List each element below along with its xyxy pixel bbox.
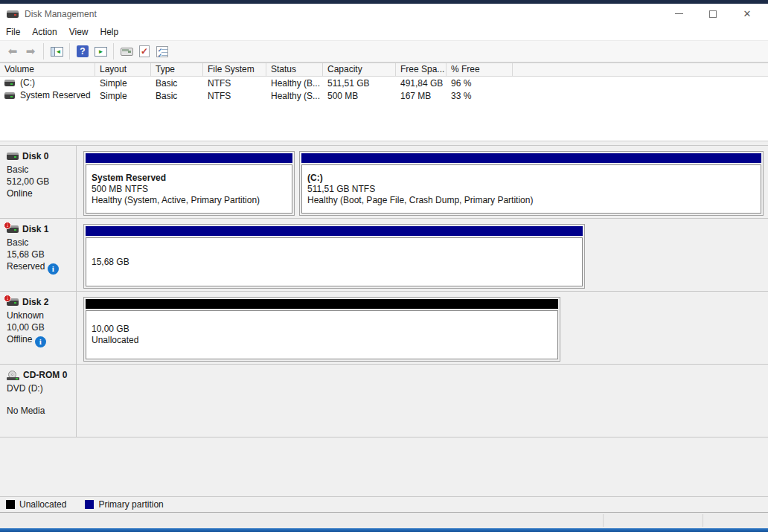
disk-name: Disk 1	[22, 224, 48, 234]
disk-name: CD-ROM 0	[23, 370, 67, 380]
volume-status: Healthy (B...	[266, 78, 323, 89]
partition-disk1[interactable]: 15,68 GB	[83, 224, 585, 289]
column-header-free-space[interactable]: Free Spa...	[396, 63, 447, 76]
partition-size: 511,51 GB NTFS	[307, 184, 761, 195]
partition-status: Unallocated	[92, 335, 557, 346]
disk-row-1: ↓ Disk 1 Basic 15,68 GB Reserved i 15,68…	[0, 219, 768, 292]
volume-layout: Simple	[95, 91, 151, 101]
partition-size: 15,68 GB	[92, 257, 582, 268]
console-tree-button[interactable]: ◄	[48, 42, 65, 60]
taskbar-divider	[603, 514, 604, 527]
volume-free-space: 491,84 GB	[396, 78, 447, 89]
disk-kind: Unknown	[7, 310, 74, 321]
disk0-label[interactable]: Disk 0 Basic 512,00 GB Online	[0, 146, 77, 218]
window-title: Disk Management	[25, 9, 97, 19]
maximize-button[interactable]	[696, 4, 730, 24]
action-pane-button[interactable]: ►	[92, 42, 109, 60]
disk-size: 512,00 GB	[7, 176, 74, 188]
console-tree-icon: ◄	[51, 47, 63, 57]
volume-drive-icon	[4, 78, 15, 89]
graphical-view: Disk 0 Basic 512,00 GB Online System Res…	[0, 146, 768, 496]
disk-kind: Basic	[7, 164, 74, 176]
volume-name: System Reserved	[20, 90, 91, 100]
column-header-layout[interactable]: Layout	[95, 63, 151, 76]
disk-status: Offline	[7, 334, 32, 344]
partition-size: 10,00 GB	[92, 324, 557, 335]
disk1-label[interactable]: ↓ Disk 1 Basic 15,68 GB Reserved i	[0, 219, 77, 291]
partition-status: Healthy (System, Active, Primary Partiti…	[92, 195, 292, 206]
partition-size: 500 MB NTFS	[92, 184, 292, 195]
column-header-file-system[interactable]: File System	[203, 63, 266, 76]
toolbar-separator	[69, 43, 70, 60]
menu-view[interactable]: View	[63, 24, 95, 40]
menu-help[interactable]: Help	[95, 24, 125, 40]
legend: Unallocated Primary partition	[0, 496, 768, 512]
pane-splitter[interactable]	[0, 141, 768, 146]
partition-name: System Reserved	[92, 173, 292, 184]
partition-status: Healthy (Boot, Page File, Crash Dump, Pr…	[307, 195, 761, 206]
disk-management-window: Disk Management ✕ File Action View Help …	[0, 0, 768, 532]
check-document-icon: ✓	[139, 45, 150, 57]
task-checklist-icon: ✓✓	[156, 46, 168, 57]
bottom-accent-bar	[0, 528, 768, 532]
volume-drive-icon	[4, 91, 15, 101]
menu-action[interactable]: Action	[26, 24, 63, 40]
help-button[interactable]: ?	[74, 42, 92, 60]
popup-menu-button[interactable]	[118, 42, 135, 60]
column-header-status[interactable]: Status	[266, 63, 323, 76]
disk-error-icon: ↓	[7, 225, 19, 233]
toolbar-separator	[43, 43, 44, 60]
column-header-volume[interactable]: Volume	[0, 63, 95, 76]
volume-file-system: NTFS	[203, 91, 266, 101]
info-icon[interactable]: i	[48, 263, 59, 275]
app-disk-icon	[7, 10, 19, 18]
back-button[interactable]: ⬅	[4, 42, 22, 60]
column-header-capacity[interactable]: Capacity	[323, 63, 396, 76]
taskbar-divider	[703, 514, 703, 527]
volume-list: Volume Layout Type File System Status Ca…	[0, 63, 768, 141]
volume-capacity: 511,51 GB	[323, 78, 396, 89]
partition-color-bar	[86, 153, 292, 163]
toolbar-separator	[113, 43, 114, 60]
volume-name: (C:)	[20, 77, 35, 88]
volume-type: Basic	[151, 91, 203, 101]
menu-file[interactable]: File	[0, 24, 26, 40]
minimize-button[interactable]	[662, 4, 696, 24]
column-header-filler	[513, 63, 768, 76]
column-header-type[interactable]: Type	[151, 63, 203, 76]
forward-button[interactable]: ➡	[22, 42, 39, 60]
maximize-icon	[709, 10, 717, 18]
volume-row-system-reserved[interactable]: System Reserved Simple Basic NTFS Health…	[0, 89, 768, 102]
menu-bar: File Action View Help	[0, 24, 768, 40]
taskbar-strip	[0, 513, 768, 528]
partition-system-reserved[interactable]: System Reserved 500 MB NTFS Healthy (Sys…	[83, 151, 295, 216]
partition-color-bar	[86, 299, 558, 309]
legend-unallocated-label: Unallocated	[19, 499, 66, 510]
disk-error-icon: ↓	[7, 298, 19, 306]
legend-unallocated-swatch	[6, 500, 15, 509]
partition-c[interactable]: (C:) 511,51 GB NTFS Healthy (Boot, Page …	[299, 151, 764, 216]
toolbar: ⬅ ➡ ◄ ? ► ✓ ✓✓	[0, 40, 768, 63]
volume-layout: Simple	[95, 78, 151, 89]
action-pane-icon: ►	[95, 47, 107, 57]
partition-color-bar	[301, 153, 761, 163]
info-icon[interactable]: i	[35, 336, 46, 347]
partition-unallocated[interactable]: 10,00 GB Unallocated	[83, 297, 560, 362]
close-button[interactable]: ✕	[730, 4, 764, 24]
cdrom-icon	[7, 371, 19, 380]
column-header-pct-free[interactable]: % Free	[447, 63, 513, 76]
disk-status: Reserved	[7, 261, 45, 272]
check-document-button[interactable]: ✓	[135, 42, 153, 60]
volume-row-c[interactable]: (C:) Simple Basic NTFS Healthy (B... 511…	[0, 77, 768, 89]
forward-icon: ➡	[26, 45, 36, 58]
legend-primary-label: Primary partition	[98, 499, 163, 510]
disk-size: 15,68 GB	[7, 249, 74, 260]
disk2-label[interactable]: ↓ Disk 2 Unknown 10,00 GB Offline i	[0, 292, 77, 364]
cdrom-label[interactable]: CD-ROM 0 DVD (D:) No Media	[0, 365, 77, 437]
close-icon: ✕	[743, 8, 752, 19]
disk-icon	[7, 153, 19, 160]
minimize-icon	[675, 13, 683, 14]
popup-menu-icon	[121, 48, 133, 56]
task-checklist-button[interactable]: ✓✓	[153, 42, 171, 60]
disk-name: Disk 0	[22, 151, 48, 161]
